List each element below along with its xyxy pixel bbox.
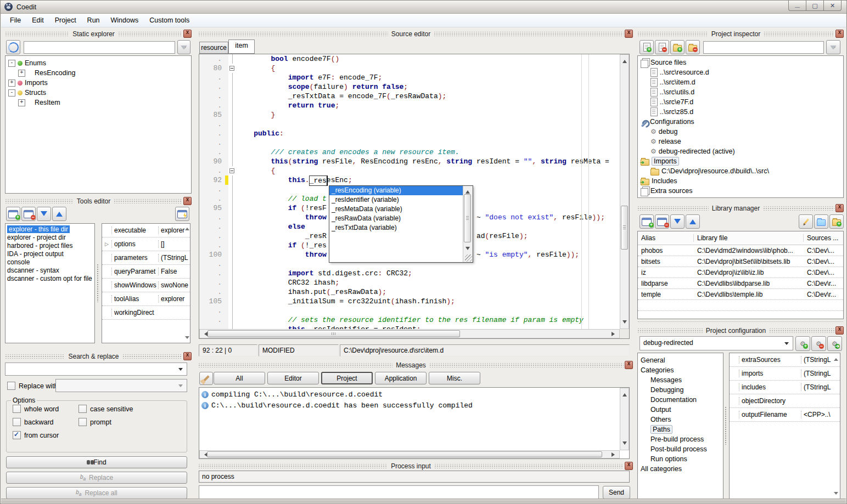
category-item[interactable]: Post-build process (638, 444, 723, 454)
fold-gutter[interactable] (228, 231, 237, 241)
fold-gutter[interactable] (228, 175, 237, 185)
property-value[interactable]: (TStringL (801, 370, 840, 377)
whole-word-checkbox[interactable] (13, 405, 21, 413)
fold-gutter[interactable] (228, 287, 237, 297)
project-tree-item[interactable]: ..\src\resource.d (638, 67, 843, 77)
project-tree-item[interactable]: ..\src\z85.d (638, 107, 843, 117)
fold-gutter[interactable] (228, 250, 237, 259)
property-row[interactable]: showWindows swoNone (102, 279, 190, 292)
property-value[interactable]: False (158, 268, 190, 275)
column-header[interactable]: Sources ... (804, 234, 843, 242)
tools-splitter[interactable] (97, 264, 99, 302)
tools-list-item[interactable]: dscanner - custom opt for file (5, 274, 94, 282)
fold-gutter[interactable] (228, 185, 237, 194)
category-item[interactable]: Pre-build process (638, 434, 723, 444)
add-configuration-button[interactable]: ⚙+ (795, 336, 810, 351)
property-value[interactable]: <CPP>..\ (801, 411, 840, 418)
category-item[interactable]: Output (638, 405, 723, 415)
library-row[interactable]: temple C:\Dev\dlibs\temple.lib C:\Dev\r.… (638, 289, 843, 300)
backward-option[interactable]: backward (13, 418, 54, 426)
add-folder-button[interactable]: + (670, 40, 685, 54)
prompt-checkbox[interactable] (78, 418, 87, 426)
clone-configuration-button[interactable]: ⚙➔ (827, 336, 842, 351)
minimize-button[interactable] (788, 1, 806, 11)
fold-gutter[interactable] (228, 315, 237, 325)
fold-gutter[interactable] (228, 213, 237, 222)
scroll-up-icon[interactable] (622, 58, 627, 63)
expander-icon[interactable] (18, 70, 25, 77)
clear-filter-button[interactable] (177, 40, 190, 54)
run-tool-button[interactable] (175, 207, 189, 221)
fold-gutter[interactable] (228, 259, 237, 269)
inspector-filter-input[interactable] (703, 41, 824, 54)
property-row[interactable]: options [] (102, 237, 190, 251)
fold-gutter[interactable] (228, 54, 237, 64)
property-value[interactable]: (TStringL (158, 254, 190, 262)
from-cursor-checkbox[interactable] (13, 431, 21, 439)
scroll-down-icon[interactable] (622, 441, 627, 447)
editor-vscrollbar[interactable] (620, 54, 629, 329)
library-row[interactable]: bitsets C:\Dev\dproj\bitSet\lib\bitsets.… (638, 256, 843, 267)
replace-all-button[interactable]: ba Replace all (6, 487, 187, 499)
completion-item[interactable]: _resRawData (variable) (329, 214, 463, 223)
popup-scroll-thumb[interactable] (464, 194, 471, 242)
project-tree-item[interactable]: ..\src\item.d (638, 77, 843, 87)
add-library-folder-button[interactable]: + (829, 214, 844, 229)
add-library-button[interactable]: + (640, 214, 654, 229)
maximize-button[interactable] (806, 1, 824, 11)
edit-library-button[interactable] (799, 214, 813, 229)
menu-item[interactable]: Custom tools (144, 15, 195, 26)
category-item[interactable]: General (638, 355, 723, 365)
filter-misc-button[interactable]: Misc. (429, 372, 480, 384)
column-header[interactable]: Library file (694, 234, 804, 242)
tools-list-item[interactable]: harbored - project files (5, 241, 94, 250)
symbol-tree-item[interactable]: ResItem (5, 98, 191, 107)
project-tree-item[interactable]: ⚙ debug (638, 127, 843, 137)
library-row[interactable]: libdparse C:\Dev\dlibs\libdparse.lib C:\… (638, 278, 843, 289)
property-row[interactable]: workingDirect (102, 306, 190, 320)
remove-configuration-button[interactable]: ⚙− (811, 336, 826, 351)
fold-gutter[interactable] (228, 222, 237, 231)
fold-gutter[interactable] (228, 138, 237, 148)
fold-gutter[interactable] (228, 82, 237, 92)
close-panel-icon[interactable] (625, 30, 633, 38)
category-item[interactable]: Categories (638, 365, 723, 375)
property-value[interactable]: [] (158, 240, 190, 248)
category-item[interactable]: Run options (638, 454, 723, 464)
symbol-tree-item[interactable]: Imports (5, 78, 191, 88)
expander-icon[interactable] (18, 99, 25, 106)
close-panel-icon[interactable] (625, 462, 633, 470)
symbol-tree-item[interactable]: ResEncoding (5, 68, 191, 78)
completion-item[interactable]: _resEncoding (variable) (329, 186, 463, 195)
hscroll-thumb[interactable] (207, 451, 602, 457)
project-tree-item[interactable]: Source files (638, 58, 843, 67)
symbol-tree-item[interactable]: Enums (5, 58, 191, 68)
prompt-option[interactable]: prompt (78, 418, 111, 426)
move-library-down-button[interactable] (670, 214, 685, 229)
whole-word-option[interactable]: whole word (13, 405, 59, 413)
move-tool-up-button[interactable] (52, 207, 66, 221)
scroll-down-icon[interactable] (465, 247, 470, 252)
tools-list-item[interactable]: explorer - project dir (5, 233, 94, 241)
fold-gutter[interactable] (228, 110, 237, 120)
fold-gutter[interactable] (228, 101, 237, 110)
messages-hscrollbar[interactable] (199, 450, 620, 458)
library-from-project-button[interactable] (814, 214, 828, 229)
send-button[interactable]: Send (603, 486, 630, 499)
project-tree-item[interactable]: C:\Dev\dproj\resource.d\build\..\src\ (638, 166, 843, 176)
case-sensitive-option[interactable]: case sensitive (78, 405, 133, 413)
tab-resource[interactable]: resource (199, 42, 228, 54)
editor-hscrollbar[interactable] (199, 329, 620, 338)
fold-gutter[interactable] (228, 203, 237, 213)
menu-item[interactable]: Project (49, 15, 82, 26)
expander-icon[interactable] (8, 89, 15, 97)
property-row[interactable]: toolAlias explorer (102, 292, 190, 306)
property-row[interactable]: outputFilename <CPP>..\ (730, 408, 840, 422)
property-expander[interactable] (102, 241, 111, 247)
close-panel-icon[interactable] (835, 204, 844, 212)
completion-item[interactable]: _resIdentifier (variable) (329, 195, 463, 205)
category-item[interactable]: Paths (638, 424, 723, 434)
symbol-tree-item[interactable]: Structs (5, 88, 191, 98)
messages-vscrollbar[interactable] (620, 388, 629, 450)
category-item[interactable]: Debugging (638, 385, 723, 395)
